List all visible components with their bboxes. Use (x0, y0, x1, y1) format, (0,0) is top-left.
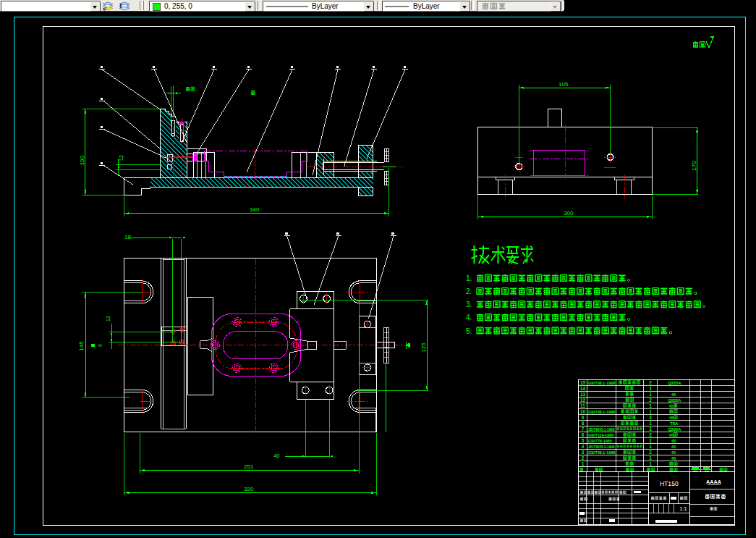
svg-text:125: 125 (420, 342, 427, 353)
svg-text:190: 190 (79, 155, 85, 165)
svg-text:13: 13 (580, 392, 586, 397)
svg-text:10: 10 (580, 409, 586, 414)
svg-text:Q235A: Q235A (668, 381, 681, 385)
svg-text:45: 45 (669, 433, 674, 437)
svg-text:1: 1 (649, 409, 652, 414)
svg-text:2: 2 (649, 432, 652, 437)
svg-text:1: 1 (649, 444, 652, 449)
svg-text:12: 12 (580, 398, 586, 403)
svg-text:JB/T8045.1-1999: JB/T8045.1-1999 (588, 428, 615, 432)
svg-text:1: 1 (649, 421, 652, 426)
svg-text:GB/T68.1-1988: GB/T68.1-1988 (588, 450, 615, 455)
svg-text:45: 45 (669, 404, 674, 408)
svg-text:1: 1 (649, 438, 652, 443)
svg-text:T8A: T8A (670, 421, 679, 426)
svg-text:45: 45 (671, 392, 676, 397)
svg-text:1: 1 (649, 386, 652, 391)
svg-text:14: 14 (580, 386, 586, 391)
svg-text:5.: 5. (466, 327, 472, 335)
svg-text:1: 1 (582, 461, 585, 466)
svg-text:JB/T8045.2-1999: JB/T8045.2-1999 (588, 445, 615, 449)
svg-text:2: 2 (649, 398, 652, 403)
svg-text:3.: 3. (466, 300, 472, 308)
svg-text:4: 4 (582, 444, 585, 449)
svg-text:4.: 4. (466, 314, 472, 321)
svg-text:300: 300 (564, 210, 574, 217)
svg-text:2: 2 (582, 455, 585, 461)
svg-text:2: 2 (649, 415, 652, 420)
svg-text:40: 40 (273, 453, 279, 459)
svg-text:Q235A: Q235A (668, 398, 681, 403)
svg-text:12: 12 (106, 316, 111, 321)
svg-text:11: 11 (580, 403, 585, 408)
svg-text:251: 251 (244, 463, 254, 470)
svg-text:8: 8 (582, 421, 585, 426)
svg-text:12: 12 (118, 155, 124, 161)
svg-text:45: 45 (671, 439, 676, 443)
svg-text:1:1: 1:1 (679, 505, 687, 512)
svg-text:340: 340 (250, 206, 260, 213)
svg-text:1: 1 (649, 392, 652, 397)
svg-text:9: 9 (98, 344, 103, 347)
svg-text:1: 1 (649, 403, 652, 408)
svg-text:Q235A: Q235A (668, 427, 681, 432)
svg-text:1.: 1. (466, 274, 472, 282)
svg-text:7: 7 (582, 426, 585, 432)
svg-text:18: 18 (124, 234, 131, 240)
svg-text:2: 2 (649, 450, 652, 455)
svg-text:3: 3 (582, 450, 585, 455)
svg-text:9: 9 (582, 415, 585, 420)
svg-text:GB/T68.1-1988: GB/T68.1-1988 (588, 381, 615, 385)
svg-text:6: 6 (582, 432, 585, 437)
svg-text:GB/T68.1-1988: GB/T68.1-1988 (588, 410, 615, 414)
svg-text:145: 145 (78, 341, 85, 351)
svg-text:15: 15 (580, 380, 586, 385)
svg-text:320: 320 (244, 486, 254, 492)
svg-text:45: 45 (671, 456, 676, 461)
svg-text:5: 5 (582, 438, 585, 443)
svg-text:45: 45 (671, 445, 676, 449)
svg-text:GB/T119-1986: GB/T119-1986 (588, 433, 613, 437)
svg-text:2: 2 (649, 380, 652, 385)
svg-text:45: 45 (671, 450, 676, 455)
svg-text:170: 170 (691, 161, 697, 171)
svg-text:2.: 2. (466, 287, 472, 295)
svg-text:1: 1 (649, 426, 652, 432)
svg-text:HT150: HT150 (660, 480, 679, 487)
svg-text:1: 1 (649, 455, 652, 461)
svg-text:AAAA: AAAA (706, 479, 721, 485)
svg-text:1: 1 (649, 461, 652, 466)
svg-text:105: 105 (558, 81, 569, 88)
svg-text:45: 45 (669, 416, 674, 420)
svg-text:GB/T78-1985: GB/T78-1985 (588, 439, 612, 443)
